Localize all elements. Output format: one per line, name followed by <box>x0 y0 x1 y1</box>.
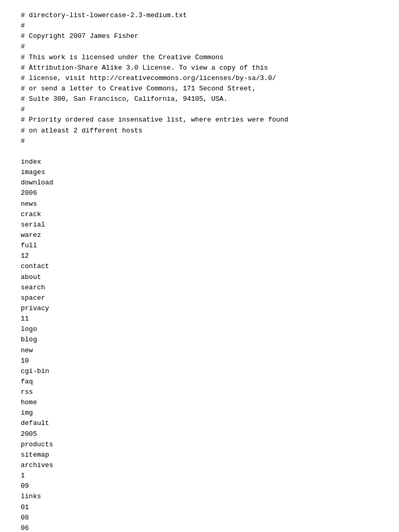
file-content: # directory-list-lowercase-2.3-medium.tx… <box>21 10 378 532</box>
